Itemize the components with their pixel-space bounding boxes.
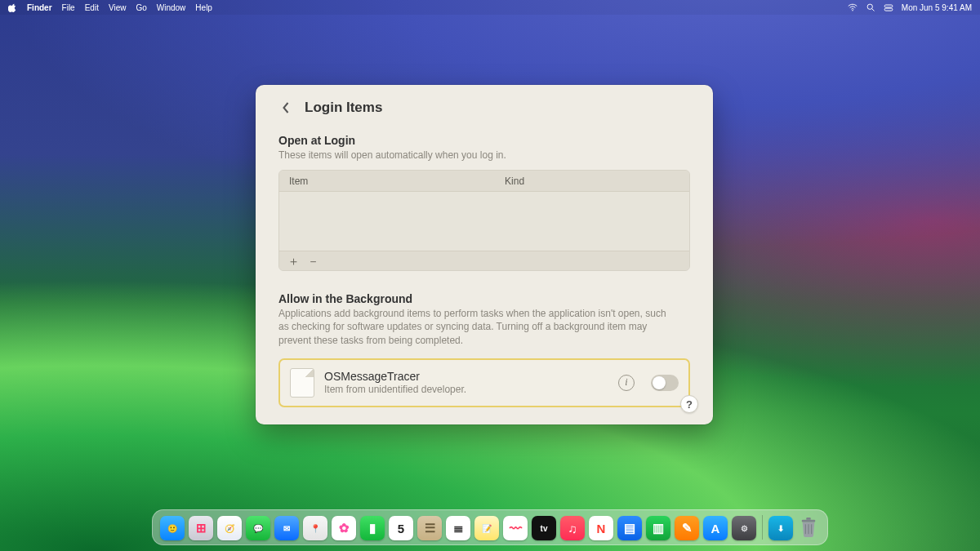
dock: 🙂⊞🧭💬✉︎📍✿▮5☰≣📝〰tv♫N▤▥✎A⚙︎⬇︎ — [152, 509, 828, 545]
menu-view[interactable]: View — [109, 3, 127, 12]
dock-app-calendar[interactable]: 5 — [389, 516, 413, 540]
allow-background-description: Applications add background items to per… — [278, 307, 679, 347]
dock-app-numbers[interactable]: ▥ — [646, 516, 670, 540]
dock-app-settings[interactable]: ⚙︎ — [732, 516, 756, 540]
background-item-subtitle: Item from unidentified developer. — [324, 384, 608, 395]
menu-window[interactable]: Window — [157, 3, 186, 12]
menubar-clock[interactable]: Mon Jun 5 9:41 AM — [902, 3, 972, 12]
dock-app-downloads[interactable]: ⬇︎ — [768, 516, 793, 540]
add-button[interactable]: ＋ — [286, 254, 301, 269]
menu-help[interactable]: Help — [195, 3, 212, 12]
dock-app-messages[interactable]: 💬 — [246, 516, 270, 540]
document-icon — [290, 368, 314, 398]
menubar: Finder File Edit View Go Window Help Mon… — [0, 0, 980, 15]
apple-menu[interactable] — [8, 3, 17, 12]
dock-trash[interactable] — [797, 514, 820, 540]
dock-app-launchpad[interactable]: ⊞ — [189, 516, 213, 540]
login-items-window: Login Items Open at Login These items wi… — [256, 85, 713, 424]
svg-rect-2 — [884, 5, 893, 7]
dock-app-safari[interactable]: 🧭 — [217, 516, 242, 540]
open-at-login-body[interactable] — [279, 192, 689, 251]
dock-app-contacts[interactable]: ☰ — [417, 516, 442, 540]
background-item-row: OSMessageTracer Item from unidentified d… — [278, 358, 690, 407]
svg-rect-3 — [884, 8, 893, 11]
svg-rect-4 — [802, 520, 816, 522]
background-item-toggle[interactable] — [651, 375, 679, 391]
dock-app-notes[interactable]: 📝 — [474, 516, 499, 540]
open-at-login-description: These items will open automatically when… — [278, 149, 679, 162]
dock-app-pages[interactable]: ✎ — [675, 516, 699, 540]
open-at-login-table: Item Kind ＋ － — [278, 170, 690, 271]
remove-button[interactable]: － — [305, 254, 320, 269]
menu-file[interactable]: File — [62, 3, 75, 12]
dock-app-appstore[interactable]: A — [703, 516, 728, 540]
column-header-item[interactable]: Item — [279, 176, 505, 187]
window-title: Login Items — [305, 100, 382, 116]
control-center-icon[interactable] — [884, 2, 893, 12]
dock-app-reminders[interactable]: ≣ — [446, 516, 470, 540]
background-item-name: OSMessageTracer — [324, 370, 608, 383]
column-header-kind[interactable]: Kind — [505, 176, 689, 187]
menu-edit[interactable]: Edit — [85, 3, 99, 12]
open-at-login-heading: Open at Login — [278, 134, 690, 147]
dock-app-finder[interactable]: 🙂 — [160, 516, 185, 540]
dock-separator — [762, 515, 763, 540]
dock-app-news[interactable]: N — [589, 516, 613, 540]
wifi-icon[interactable] — [848, 2, 858, 12]
dock-app-freeform[interactable]: 〰 — [503, 516, 528, 540]
dock-app-keynote[interactable]: ▤ — [617, 516, 642, 540]
spotlight-icon[interactable] — [866, 2, 875, 12]
menubar-app-name[interactable]: Finder — [27, 3, 52, 12]
allow-background-heading: Allow in the Background — [278, 292, 690, 305]
dock-app-photos[interactable]: ✿ — [332, 516, 356, 540]
menu-go[interactable]: Go — [136, 3, 146, 12]
dock-app-maps[interactable]: 📍 — [303, 516, 327, 540]
back-button[interactable] — [278, 100, 293, 115]
svg-point-1 — [867, 4, 872, 9]
desktop-wallpaper: Finder File Edit View Go Window Help Mon… — [0, 0, 980, 551]
help-button[interactable]: ? — [680, 395, 698, 413]
dock-app-tv[interactable]: tv — [532, 516, 556, 540]
info-button[interactable]: i — [618, 375, 635, 391]
svg-point-0 — [852, 10, 853, 11]
svg-rect-5 — [806, 518, 811, 520]
dock-app-facetime[interactable]: ▮ — [360, 516, 385, 540]
dock-app-mail[interactable]: ✉︎ — [274, 516, 299, 540]
dock-app-music[interactable]: ♫ — [560, 516, 585, 540]
